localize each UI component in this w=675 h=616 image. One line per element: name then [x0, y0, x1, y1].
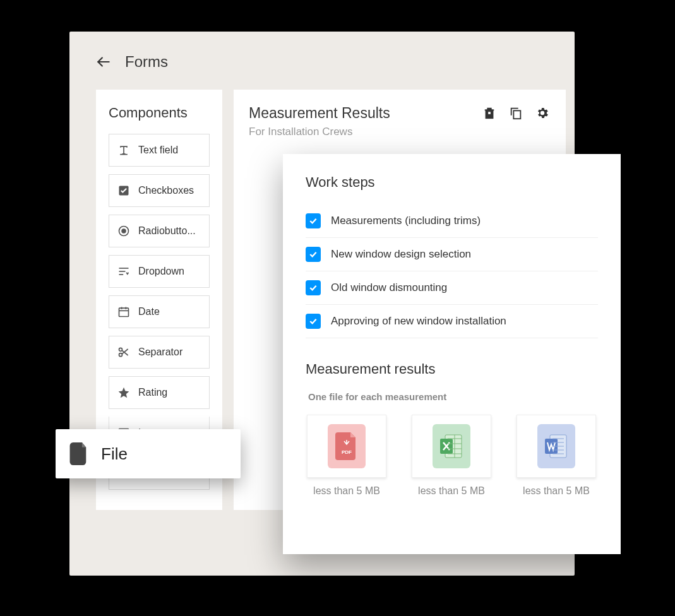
file-caption: less than 5 MB: [418, 485, 485, 497]
svg-rect-18: [486, 110, 493, 118]
component-text-field[interactable]: Text field: [109, 134, 210, 167]
arrow-left-icon: [95, 54, 112, 70]
checkbox-checked-icon: [306, 247, 321, 262]
trash-icon: [482, 106, 496, 120]
header: Forms: [69, 32, 575, 83]
file-upload-card[interactable]: less than 5 MB: [515, 415, 597, 497]
svg-rect-19: [488, 112, 491, 114]
svg-rect-20: [513, 110, 520, 119]
form-subtitle: For Installation Crews: [249, 126, 390, 138]
radiobutton-icon: [117, 224, 131, 238]
svg-rect-8: [119, 308, 129, 316]
sidebar-title: Components: [109, 105, 210, 121]
svg-text:PDF: PDF: [342, 449, 352, 455]
component-label: Radiobutto...: [138, 225, 196, 237]
back-button[interactable]: [93, 52, 114, 72]
dragged-label: File: [101, 444, 128, 464]
checklist-label: Old window dismounting: [331, 281, 447, 294]
svg-point-4: [121, 228, 126, 234]
scissors-icon: [117, 345, 131, 359]
xls-file-icon: [433, 424, 470, 468]
dragged-component-file[interactable]: File: [56, 429, 241, 478]
page-title: Forms: [125, 53, 168, 71]
section-title: Work steps: [306, 174, 598, 191]
section-hint: One file for each measurement: [308, 391, 598, 402]
component-label: Text field: [138, 145, 178, 156]
component-rating[interactable]: Rating: [109, 376, 210, 409]
gear-icon: [535, 106, 549, 120]
form-title: Measurement Results: [249, 105, 390, 122]
component-label: Date: [138, 306, 160, 317]
checkbox-icon: [117, 184, 131, 198]
component-checkboxes[interactable]: Checkboxes: [109, 174, 210, 207]
component-label: Dropdown: [138, 266, 184, 277]
delete-button[interactable]: [481, 105, 498, 121]
component-label: Rating: [138, 387, 167, 398]
checklist-item[interactable]: Measurements (including trims): [306, 204, 598, 238]
dropdown-icon: [117, 264, 131, 278]
copy-button[interactable]: [508, 105, 524, 121]
file-caption: less than 5 MB: [523, 485, 590, 497]
component-label: Separator: [138, 346, 182, 358]
checklist-label: New window design selection: [331, 248, 471, 261]
component-label: Checkboxes: [138, 185, 194, 196]
checklist-item[interactable]: Approving of new window installation: [306, 305, 598, 338]
section-title: Measurement results: [306, 361, 598, 377]
component-date[interactable]: Date: [109, 295, 210, 328]
checklist-item[interactable]: Old window dismounting: [306, 271, 598, 305]
star-icon: [117, 386, 131, 400]
text-field-icon: [117, 143, 131, 157]
file-icon: [69, 442, 90, 465]
file-upload-card[interactable]: less than 5 MB: [410, 415, 493, 497]
checkbox-checked-icon: [306, 213, 321, 228]
copy-icon: [509, 106, 523, 120]
component-dropdown[interactable]: Dropdown: [109, 255, 210, 288]
calendar-icon: [117, 305, 131, 319]
file-upload-card[interactable]: PDF less than 5 MB: [306, 415, 388, 497]
checkbox-checked-icon: [306, 280, 321, 295]
doc-file-icon: [537, 424, 575, 468]
checkbox-checked-icon: [306, 314, 321, 329]
settings-button[interactable]: [534, 105, 551, 121]
component-separator[interactable]: Separator: [109, 336, 210, 369]
pdf-file-icon: PDF: [328, 424, 366, 468]
file-caption: less than 5 MB: [313, 485, 380, 497]
form-preview-panel: Work steps Measurements (including trims…: [283, 154, 621, 554]
checklist-item[interactable]: New window design selection: [306, 238, 598, 271]
checklist-label: Approving of new window installation: [331, 315, 506, 328]
checklist-label: Measurements (including trims): [331, 215, 481, 227]
component-radiobuttons[interactable]: Radiobutto...: [109, 215, 210, 247]
